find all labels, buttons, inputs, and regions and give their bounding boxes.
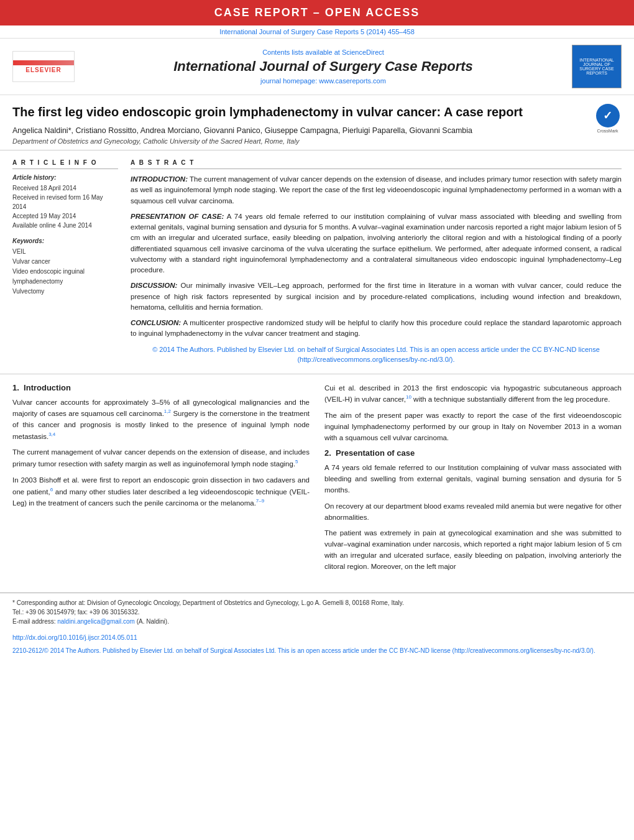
accepted: Accepted 19 May 2014 [12,211,118,221]
keyword-veil: VEIL [12,247,118,257]
contents-line: Contents lists available at ScienceDirec… [81,48,566,56]
affiliation: Department of Obstetrics and Gynecology,… [12,137,587,145]
conclusion-text: A multicenter prospective randomized stu… [131,319,622,337]
article-info-col: A R T I C L E I N F O Article history: R… [12,159,118,365]
keyword-vulvar: Vulvar cancer [12,257,118,267]
body-section: 1. Introduction Vulvar cancer accounts f… [0,374,634,586]
elsevier-logo: ELSEVIER [12,51,75,82]
presentation-text: A 74 years old female referred to our in… [131,213,622,274]
body-para-2: The current management of vulvar cancer … [12,447,310,469]
journal-title: International Journal of Surgery Case Re… [81,58,566,75]
article-title-text: The first leg video endoscopic groin lym… [12,104,587,145]
article-info-abstract: A R T I C L E I N F O Article history: R… [0,150,634,374]
keywords-block: Keywords: VEIL Vulvar cancer Video endos… [12,238,118,297]
header-area: ELSEVIER Contents lists available at Sci… [0,39,634,95]
received1: Received 18 April 2014 [12,183,118,193]
elsevier-logo-area: ELSEVIER [12,51,81,82]
received2: Received in revised form 16 May 2014 [12,193,118,211]
bottom-link[interactable]: http://creativecommons.org/licenses/by-n… [454,647,592,654]
body-para-right-2: The aim of the present paper was exactly… [324,410,622,443]
presentation-label: PRESENTATION OF CASE: [131,213,224,220]
body-col-right: Cui et al. described in 2013 the first e… [324,383,622,578]
footnote-email: E-mail address: naldini.angelica@gmail.c… [12,617,622,626]
keywords-label: Keywords: [12,238,118,244]
body-two-col: 1. Introduction Vulvar cancer accounts f… [12,383,622,578]
keyword-vulvectomy: Vulvectomy [12,287,118,297]
journal-ref-line: International Journal of Surgery Case Re… [0,25,634,39]
body-para-1: Vulvar cancer accounts for approximately… [12,397,310,443]
authors: Angelica Naldini*, Cristiano Rossitto, A… [12,126,587,135]
crossmark-label: CrossMark [597,129,618,133]
abstract-discussion: DISCUSSION: Our minimally invasive VEIL–… [131,280,622,313]
abstract-conclusion: CONCLUSION: A multicenter prospective ra… [131,318,622,339]
body-para-right-5: The patient was extremely in pain at gyn… [324,528,622,572]
history-label: Article history: [12,174,118,181]
section1-title-text: Introduction [24,383,71,392]
intro-label: INTRODUCTION: [131,175,188,183]
discussion-label: DISCUSSION: [131,282,177,289]
available: Available online 4 June 2014 [12,221,118,230]
section2-title-text: Presentation of case [336,448,415,458]
intro-text: The current management of vulvar cancer … [131,175,622,205]
doi-line[interactable]: http://dx.doi.org/10.1016/j.ijscr.2014.0… [0,631,634,644]
section2-title: 2. Presentation of case [324,448,622,458]
discussion-text: Our minimally invasive VEIL–Leg approach… [131,282,622,311]
journal-cover-image: INTERNATIONAL JOURNAL OF SURGERY CASE RE… [572,45,622,88]
keyword-video: Video endoscopic inguinal [12,267,118,277]
top-banner: CASE REPORT – OPEN ACCESS [0,0,634,25]
journal-cover-area: INTERNATIONAL JOURNAL OF SURGERY CASE RE… [566,45,622,88]
body-para-right-4: On recovery at our department blood exam… [324,501,622,524]
body-col-left: 1. Introduction Vulvar cancer accounts f… [12,383,310,578]
abstract-header: A B S T R A C T [131,159,622,169]
bottom-note: 2210-2612/© 2014 The Authors. Published … [0,644,634,663]
footnote-star: * Corresponding author at: Division of G… [12,598,622,607]
crossmark-icon: ✓ [596,104,620,127]
copyright-line: © 2014 The Authors. Published by Elsevie… [131,344,622,365]
section1-num: 1. [12,383,19,392]
body-para-right-1: Cui et al. described in 2013 the first e… [324,383,622,405]
body-para-3: In 2003 Bishoff et al. were first to rep… [12,475,310,509]
copyright-link[interactable]: http://creativecommons.org/licenses/by-n… [300,356,451,363]
footnote-section: * Corresponding author at: Division of G… [0,593,634,631]
abstract-intro: INTRODUCTION: The current management of … [131,174,622,206]
abstract-presentation: PRESENTATION OF CASE: A 74 years old fem… [131,211,622,276]
article-title-section: The first leg video endoscopic groin lym… [0,95,634,150]
conclusion-label: CONCLUSION: [131,319,181,326]
article-info-header: A R T I C L E I N F O [12,159,118,169]
email-link[interactable]: naldini.angelica@gmail.com [57,618,135,625]
journal-homepage: journal homepage: www.casereports.com [81,77,566,85]
header-center: Contents lists available at ScienceDirec… [81,48,566,85]
crossmark-badge: ✓ CrossMark [594,104,622,133]
keyword-lymph: lymphadenectomy [12,277,118,287]
article-title: The first leg video endoscopic groin lym… [12,104,587,120]
abstract-col: A B S T R A C T INTRODUCTION: The curren… [131,159,622,365]
section1-title: 1. Introduction [12,383,310,392]
section2-num: 2. [324,448,331,458]
footnote-tel: Tel.: +39 06 30154979; fax: +39 06 30156… [12,607,622,617]
body-para-right-3: A 74 years old female referred to our In… [324,463,622,496]
article-history: Article history: Received 18 April 2014 … [12,174,118,230]
